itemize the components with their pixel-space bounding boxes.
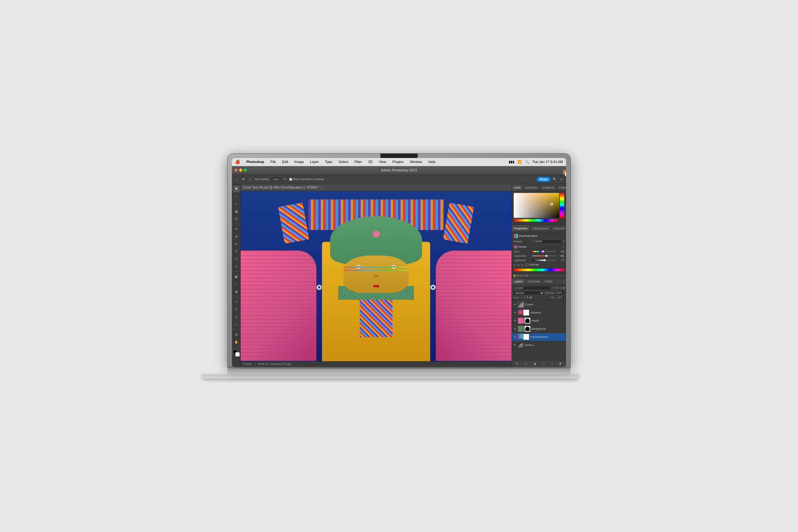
light-slider-thumb[interactable] xyxy=(544,259,546,261)
menu-plugins[interactable]: Plugins xyxy=(391,160,405,164)
layers-menu-icon[interactable]: ≡ xyxy=(563,280,565,283)
menu-3d[interactable]: 3D xyxy=(367,160,374,164)
clone-stamp-tool[interactable]: ⎘ xyxy=(233,248,240,255)
minimize-button[interactable] xyxy=(239,169,242,172)
canvas[interactable] xyxy=(241,191,512,361)
menu-window[interactable]: Window xyxy=(408,160,423,164)
lasso-tool[interactable]: ⌖ xyxy=(233,201,240,207)
eyedropper-icon[interactable]: ✒ xyxy=(514,264,516,267)
color-spectrum[interactable] xyxy=(514,193,564,218)
history-brush-tool[interactable]: ↩ xyxy=(233,255,240,262)
move-tool[interactable]: ✥ xyxy=(233,186,240,192)
hue-slider-track[interactable] xyxy=(532,251,556,252)
tab-layers[interactable]: Layers xyxy=(512,278,526,285)
rectangle-tool[interactable]: □ xyxy=(233,321,240,328)
menu-layer[interactable]: Layer xyxy=(309,160,320,164)
blend-mode-select[interactable]: Normal xyxy=(513,291,545,295)
tab-patterns[interactable]: Patterns xyxy=(557,184,566,191)
layer-visibility-curves1[interactable]: 👁 xyxy=(513,343,517,347)
menu-select[interactable]: Select xyxy=(337,160,349,164)
color-swatches-fg-bg[interactable] xyxy=(233,350,240,357)
menu-type[interactable]: Type xyxy=(324,160,334,164)
dropdown-arrow-icon[interactable]: ▾ xyxy=(282,176,288,182)
close-tab-icon[interactable]: × xyxy=(321,186,323,189)
move-tool-icon[interactable]: ✥ xyxy=(241,176,246,182)
layer-item-hands[interactable]: 👁 Hands xyxy=(512,317,566,325)
gradient-tool[interactable]: ▦ xyxy=(233,273,240,280)
menu-view[interactable]: View xyxy=(378,160,387,164)
new-layer-button[interactable]: + xyxy=(549,361,554,366)
layer-visibility-vibrance[interactable]: 👁 xyxy=(513,311,517,315)
tab-swatches[interactable]: Swatches xyxy=(523,184,540,191)
search-panel-icon[interactable]: 🔍 xyxy=(552,176,557,182)
tab-properties[interactable]: Properties xyxy=(512,225,530,231)
home-icon[interactable]: ⌂ xyxy=(234,176,240,182)
crop-tool[interactable]: ⊡ xyxy=(233,215,240,222)
tab-libraries[interactable]: Libraries xyxy=(551,225,566,231)
menu-file[interactable]: File xyxy=(269,160,277,164)
sat-slider-thumb[interactable] xyxy=(546,255,547,257)
app-name-menu[interactable]: Photoshop xyxy=(245,160,265,164)
document-tab[interactable]: Cover Test V8.psd @ 68% (Hue/Saturation … xyxy=(241,184,512,191)
color-gradient-field[interactable] xyxy=(514,193,559,218)
add-layer-style-button[interactable]: fx xyxy=(515,361,520,366)
layers-link-icon[interactable]: ⛓ xyxy=(517,274,519,277)
tab-adjustments[interactable]: Adjustments xyxy=(530,225,551,231)
lock-artboard-icon[interactable]: ▦ xyxy=(530,296,532,299)
layer-item-curves[interactable]: 👁 Curves xyxy=(512,301,566,309)
layers-lock-icon[interactable]: 🔒 xyxy=(513,274,516,277)
layer-visibility-hands[interactable]: 👁 xyxy=(513,319,517,323)
layers-mask-icon[interactable]: ◻ xyxy=(522,274,525,277)
maximize-button[interactable] xyxy=(244,169,247,172)
colorize-checkbox[interactable] xyxy=(525,263,528,266)
layer-item-curves1[interactable]: 👁 Curves 1 xyxy=(512,341,566,349)
healing-tool[interactable]: ⊕ xyxy=(233,233,240,240)
menu-edit[interactable]: Edit xyxy=(281,160,289,164)
panel-toggle-icon[interactable]: ▭ xyxy=(558,176,564,182)
layer-select-dropdown[interactable]: Layer xyxy=(271,177,281,182)
layer-item-huesat[interactable]: 👁 Hue/Saturation xyxy=(512,333,566,341)
dodge-tool[interactable]: ◑ xyxy=(233,288,240,295)
layer-visibility-huesat[interactable]: 👁 xyxy=(513,335,517,339)
selection-tool[interactable]: ⬚ xyxy=(233,193,240,200)
lock-image-icon[interactable]: ✏ xyxy=(524,296,526,299)
layers-trash-icon[interactable]: 🗑 xyxy=(525,274,528,277)
menu-help[interactable]: Help xyxy=(427,160,437,164)
minus-icon[interactable]: ✒ xyxy=(521,264,524,267)
fill-value[interactable]: 100% xyxy=(555,296,565,300)
layer-item-background[interactable]: 👁 Background xyxy=(512,325,566,333)
sat-slider-track[interactable] xyxy=(532,255,556,256)
preset-dropdown-icon[interactable]: ▾ xyxy=(563,240,564,243)
search-icon[interactable]: 🔍 xyxy=(525,160,529,164)
delete-layer-button[interactable]: 🗑 xyxy=(558,361,563,366)
new-group-button[interactable]: □ xyxy=(541,361,546,366)
tab-color[interactable]: Color xyxy=(512,184,523,191)
layer-visibility-background[interactable]: 👁 xyxy=(513,327,517,331)
brush-tool[interactable]: ✏ xyxy=(233,241,240,247)
lock-position-icon[interactable]: ✥ xyxy=(527,296,529,299)
layer-visibility-curves[interactable]: 👁 xyxy=(513,303,517,306)
zoom-tool[interactable]: ⊕ xyxy=(233,331,240,338)
hand-tool[interactable]: ✋ xyxy=(233,339,240,346)
hue-bar[interactable] xyxy=(560,193,564,218)
layer-item-vibrance[interactable]: 👁 V Vibrance xyxy=(512,309,566,317)
eraser-tool[interactable]: ⎆ xyxy=(233,263,240,270)
hue-slider-thumb[interactable] xyxy=(542,251,544,252)
preset-select[interactable]: Custom xyxy=(532,239,562,244)
object-select-tool[interactable]: ◪ xyxy=(233,208,240,215)
tab-paths[interactable]: Paths xyxy=(543,278,555,285)
share-button[interactable]: Share xyxy=(537,177,551,182)
eyedropper-tool[interactable]: ✒ xyxy=(233,226,240,232)
menu-image[interactable]: Image xyxy=(293,160,305,164)
light-slider-track[interactable] xyxy=(532,260,556,261)
filter-icons[interactable]: T ⊡ fx ◻ ◑ xyxy=(552,286,565,289)
new-fill-adj-button[interactable]: ◑ xyxy=(532,361,537,366)
add-mask-button[interactable]: ◻ xyxy=(524,361,528,366)
opacity-value[interactable]: 100% xyxy=(555,291,565,295)
lock-transparent-icon[interactable]: ⬚ xyxy=(520,296,522,299)
tab-channels[interactable]: Channels xyxy=(526,278,543,285)
path-selection-tool[interactable]: ↖ xyxy=(233,314,240,320)
sample-icon[interactable]: ✒ xyxy=(517,264,520,267)
layers-panel-menu[interactable]: ≡ xyxy=(563,280,566,283)
channel-dropdown-icon[interactable]: ▾ xyxy=(563,245,564,248)
